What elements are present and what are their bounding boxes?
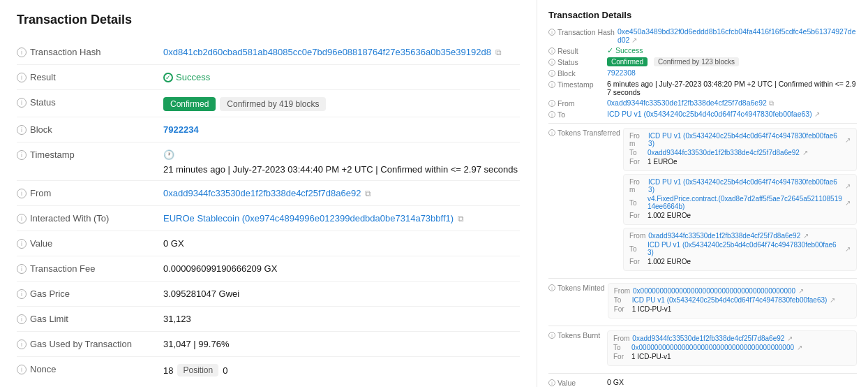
rp-label-tokens-minted: i Tokens Minted xyxy=(548,283,605,292)
copy-icon-interacted[interactable]: ⧉ xyxy=(458,214,464,224)
rp-transfer-1-for: For 1 EUROe xyxy=(629,158,851,166)
info-icon-interacted: i xyxy=(17,214,27,224)
rp-to-label-3: To xyxy=(629,245,645,253)
rp-ext-tf1[interactable]: ↗ xyxy=(845,136,851,144)
rp-tokens-transferred-content: From ICD PU v1 (0x5434240c25b4d4c0d64f74… xyxy=(623,128,857,274)
rp-burnt-to-val[interactable]: 0x00000000000000000000000000000000000000… xyxy=(631,344,794,351)
rp-for-label-2: For xyxy=(629,212,645,219)
rp-ext-minted-to[interactable]: ↗ xyxy=(830,296,835,304)
rp-for-val-2: 1.002 EUROe xyxy=(648,212,691,219)
left-panel: Transaction Details i Transaction Hash 0… xyxy=(0,0,537,387)
row-transaction-hash: i Transaction Hash 0xd841cb2d60cbad581ab… xyxy=(17,40,520,65)
rp-row-result: i Result ✓ Success xyxy=(548,46,857,55)
rp-transfer-3-to: To ICD PU v1 (0x5434240c25b4d4c0d64f74c4… xyxy=(629,241,851,256)
rp-info-icon-tokens: i xyxy=(548,129,555,136)
value-from: 0xadd9344fc33530de1f2fb338de4cf25f7d8a6e… xyxy=(163,187,520,198)
label-gas-price: i Gas Price xyxy=(17,287,163,299)
rp-ext-txhash[interactable]: ↗ xyxy=(631,36,637,44)
rp-from-val-1[interactable]: ICD PU v1 (0x5434240c25b4d4c0d64f74c4947… xyxy=(648,132,842,147)
rp-success-check: ✓ xyxy=(607,46,615,54)
row-status: i Status Confirmed Confirmed by 419 bloc… xyxy=(17,90,520,117)
rp-copy-from[interactable]: ⧉ xyxy=(769,99,774,107)
rp-row-tokens-transferred-label: i Tokens Transferred From ICD PU v1 (0x5… xyxy=(548,128,857,274)
rp-minted-from: From 0x000000000000000000000000000000000… xyxy=(614,287,851,295)
label-gas-used: i Gas Used by Transaction xyxy=(17,337,163,349)
rp-transfer-1-to: To 0xadd9344fc33530de1f2fb338de4cf25f7d8… xyxy=(629,149,851,156)
position-value: 0 xyxy=(223,365,227,376)
rp-ext-tf2[interactable]: ↗ xyxy=(845,182,851,190)
value-interacted-with: EUROe Stablecoin (0xe974c4894996e012399d… xyxy=(163,212,520,224)
rp-minted-from-val[interactable]: 0x00000000000000000000000000000000000000… xyxy=(633,287,795,295)
rp-transfer-3-from: From 0xadd9344fc33530de1f2fb338de4cf25f7… xyxy=(629,232,851,240)
row-result: i Result ✓ Success xyxy=(17,65,520,90)
rp-burnt-for-val: 1 ICD-PU-v1 xyxy=(631,353,671,360)
rp-burnt-to: To 0x00000000000000000000000000000000000… xyxy=(613,344,851,351)
rp-burnt-from-val[interactable]: 0xadd9344fc33530de1f2fb338de4cf25f7d8a6e… xyxy=(632,335,784,342)
rp-transfer-2-from: From ICD PU v1 (0x5434240c25b4d4c0d64f74… xyxy=(629,178,851,194)
rp-transfer-1: From ICD PU v1 (0x5434240c25b4d4c0d64f74… xyxy=(623,128,857,171)
right-panel: Transaction Details i Transaction Hash 0… xyxy=(537,0,868,387)
rp-transfer-1-from: From ICD PU v1 (0x5434240c25b4d4c0d64f74… xyxy=(629,132,851,147)
value-gas-limit: 31,123 xyxy=(163,312,520,324)
rp-value-from: 0xadd9344fc33530de1f2fb338de4cf25f7d8a6e… xyxy=(607,98,857,108)
value-result: ✓ Success xyxy=(163,71,520,82)
rp-row-txhash: i Transaction Hash 0xe450a3489bd32f0d6ed… xyxy=(548,27,857,44)
copy-icon-from[interactable]: ⧉ xyxy=(365,189,371,198)
rp-from-val-3[interactable]: 0xadd9344fc33530de1f2fb338de4cf25f7d8a6e… xyxy=(648,232,800,240)
block-link[interactable]: 7922234 xyxy=(163,124,199,135)
row-gas-used: i Gas Used by Transaction 31,047 | 99.76… xyxy=(17,332,520,357)
rp-label-from: i From xyxy=(548,98,604,108)
rp-label-result: i Result xyxy=(548,46,604,55)
rp-for-label-1: For xyxy=(629,158,645,166)
info-icon-gasprice: i xyxy=(17,289,27,299)
rp-ext-tt3[interactable]: ↗ xyxy=(845,245,851,253)
label-gas-limit: i Gas Limit xyxy=(17,312,163,324)
rp-tokens-minted-content: From 0x000000000000000000000000000000000… xyxy=(608,283,857,321)
value-block: 7922234 xyxy=(163,123,520,135)
confirmed-blocks: Confirmed by 419 blocks xyxy=(220,97,326,111)
rp-row-to: i To ICD PU v1 (0x5434240c25b4d4c0d64f74… xyxy=(548,110,857,119)
rp-ext-burnt-from[interactable]: ↗ xyxy=(787,335,793,342)
clock-icon: 🕐 xyxy=(163,149,174,160)
rp-minted-for-label: For xyxy=(614,305,629,313)
row-interacted-with: i Interacted With (To) EUROe Stablecoin … xyxy=(17,206,520,231)
rp-ext-tt1[interactable]: ↗ xyxy=(802,149,808,156)
rp-from-val-2[interactable]: ICD PU v1 (0x5434240c25b4d4c0d64f74c4947… xyxy=(648,178,842,194)
rp-minted-to-val[interactable]: ICD PU v1 (0x5434240c25b4d4c0d64f74c4947… xyxy=(632,296,828,304)
rp-transfer-2-for: For 1.002 EUROe xyxy=(629,212,851,219)
rp-label-txhash: i Transaction Hash xyxy=(548,27,615,36)
page-title: Transaction Details xyxy=(17,13,520,27)
rp-burnt-for-label: For xyxy=(613,353,629,360)
copy-icon-hash[interactable]: ⧉ xyxy=(495,48,502,57)
from-address-link[interactable]: 0xadd9344fc33530de1f2fb338de4cf25f7d8a6e… xyxy=(163,188,361,198)
success-badge: ✓ Success xyxy=(163,72,210,82)
value-status: Confirmed Confirmed by 419 blocks xyxy=(163,96,520,111)
rp-from-label-1: From xyxy=(629,132,645,147)
rp-ext-tf3[interactable]: ↗ xyxy=(803,232,809,240)
row-timestamp: i Timestamp 🕐 21 minutes ago | July-27-2… xyxy=(17,143,520,181)
info-icon-status: i xyxy=(17,98,27,108)
info-icon-from: i xyxy=(17,189,27,198)
rp-minted-block: From 0x000000000000000000000000000000000… xyxy=(608,283,857,319)
rp-value-result: ✓ Success xyxy=(607,46,857,54)
rp-to-val-1[interactable]: 0xadd9344fc33530de1f2fb338de4cf25f7d8a6e… xyxy=(648,149,800,156)
rp-value-status: Confirmed Confirmed by 123 blocks xyxy=(607,57,857,66)
row-block: i Block 7922234 xyxy=(17,117,520,143)
hash-link[interactable]: 0xd841cb2d60cbad581ab48085cc0e7bd96e0881… xyxy=(163,47,491,57)
rp-for-label-3: For xyxy=(629,258,645,265)
rp-to-val-3[interactable]: ICD PU v1 (0x5434240c25b4d4c0d64f74c4947… xyxy=(648,241,842,256)
rp-from-label-3: From xyxy=(629,232,645,240)
rp-info-icon-txhash: i xyxy=(548,29,555,36)
rp-to-val-2[interactable]: v4.FixedPrice.contract.(0xad8e7d2aff5f5a… xyxy=(648,195,842,210)
rp-row-timestamp: i Timestamp 6 minutes ago | July-27-2023… xyxy=(548,80,857,96)
rp-ext-tt2[interactable]: ↗ xyxy=(845,199,851,207)
interacted-link[interactable]: EUROe Stablecoin (0xe974c4894996e012399d… xyxy=(163,213,454,224)
value-transaction-fee: 0.000096099190666209 GX xyxy=(163,262,520,274)
rp-ext-burnt-to[interactable]: ↗ xyxy=(797,344,802,351)
value-nonce: 18 Position 0 xyxy=(163,363,520,377)
info-icon-timestamp: i xyxy=(17,150,27,160)
row-gas-limit: i Gas Limit 31,123 xyxy=(17,307,520,332)
rp-ext-to[interactable]: ↗ xyxy=(814,110,820,118)
rp-ext-minted-from[interactable]: ↗ xyxy=(798,287,804,295)
rp-burnt-from-label: From xyxy=(613,335,629,342)
